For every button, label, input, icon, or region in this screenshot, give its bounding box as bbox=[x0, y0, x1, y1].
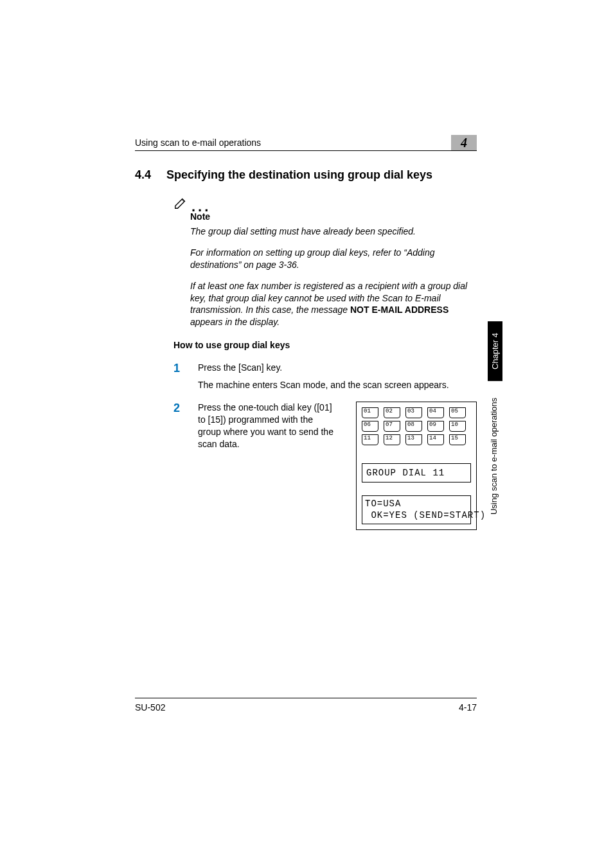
note-label: Note bbox=[190, 211, 477, 222]
note-icon-row: ... bbox=[173, 196, 477, 210]
keypad-key: 03 bbox=[405, 407, 422, 418]
keypad-key: 08 bbox=[405, 421, 422, 432]
note-block: ... Note The group dial setting must hav… bbox=[173, 196, 477, 328]
note-p3-bold: NOT E-MAIL ADDRESS bbox=[350, 305, 449, 315]
note-paragraph-2: For information on setting up group dial… bbox=[190, 247, 477, 271]
keypad-key: 07 bbox=[384, 421, 400, 432]
section-number: 4.4 bbox=[135, 168, 151, 182]
footer-page: 4-17 bbox=[459, 702, 477, 713]
keypad-illustration: 010203040506070809101112131415 GROUP DIA… bbox=[356, 402, 477, 530]
step-2-container: Press the one-touch dial key ([01] to [1… bbox=[198, 402, 477, 530]
step-number: 1 bbox=[173, 362, 184, 391]
keypad-key: 13 bbox=[405, 434, 422, 445]
keypad-key: 01 bbox=[362, 407, 378, 418]
chapter-number-box: 4 bbox=[451, 135, 477, 150]
side-section-text: Using scan to e-mail operations bbox=[488, 389, 500, 524]
keypad-key: 04 bbox=[427, 407, 444, 418]
page-footer: SU-502 4-17 bbox=[135, 698, 477, 713]
pencil-icon bbox=[173, 196, 188, 210]
step-body: Press the [Scan] key. The machine enters… bbox=[198, 362, 449, 391]
keypad-key: 05 bbox=[449, 407, 466, 418]
lcd-display-2: TO=USA OK=YES (SEND=START) bbox=[362, 495, 471, 524]
ellipsis-icon: ... bbox=[191, 204, 211, 210]
keypad-key: 02 bbox=[384, 407, 400, 418]
side-chapter-tab: Chapter 4 bbox=[488, 321, 502, 381]
keypad-key: 10 bbox=[449, 421, 466, 432]
note-paragraph-1: The group dial setting must have already… bbox=[190, 226, 477, 238]
note-paragraph-3: If at least one fax number is registered… bbox=[190, 280, 477, 329]
section-title-text: Specifying the destination using group d… bbox=[166, 168, 432, 182]
keypad-key: 14 bbox=[427, 434, 444, 445]
step-1: 1 Press the [Scan] key. The machine ente… bbox=[173, 362, 477, 391]
keypad-key: 12 bbox=[384, 434, 400, 445]
keypad-key: 09 bbox=[427, 421, 444, 432]
keypad-key: 06 bbox=[362, 421, 378, 432]
content-area: 4.4 Specifying the destination using gro… bbox=[135, 162, 477, 540]
step-1-text: Press the [Scan] key. bbox=[198, 362, 449, 374]
page-header: Using scan to e-mail operations 4 bbox=[135, 135, 477, 151]
keypad-key: 15 bbox=[449, 434, 466, 445]
step-number: 2 bbox=[173, 402, 184, 530]
step-2-text: Press the one-touch dial key ([01] to [1… bbox=[198, 402, 337, 450]
step-2: 2 Press the one-touch dial key ([01] to … bbox=[173, 402, 477, 530]
running-title: Using scan to e-mail operations bbox=[135, 137, 261, 148]
keypad-row: 1112131415 bbox=[362, 434, 471, 445]
footer-model: SU-502 bbox=[135, 702, 165, 713]
howto-heading: How to use group dial keys bbox=[173, 340, 477, 350]
lcd-display-1: GROUP DIAL 11 bbox=[362, 463, 471, 483]
keypad-row: 0102030405 bbox=[362, 407, 471, 418]
step-1-sub: The machine enters Scan mode, and the sc… bbox=[198, 379, 449, 391]
section-heading: 4.4 Specifying the destination using gro… bbox=[135, 168, 477, 182]
keypad-row: 0607080910 bbox=[362, 421, 471, 432]
keypad-rows: 010203040506070809101112131415 bbox=[362, 407, 471, 445]
keypad-key: 11 bbox=[362, 434, 378, 445]
note-p3-post: appears in the display. bbox=[190, 317, 280, 327]
